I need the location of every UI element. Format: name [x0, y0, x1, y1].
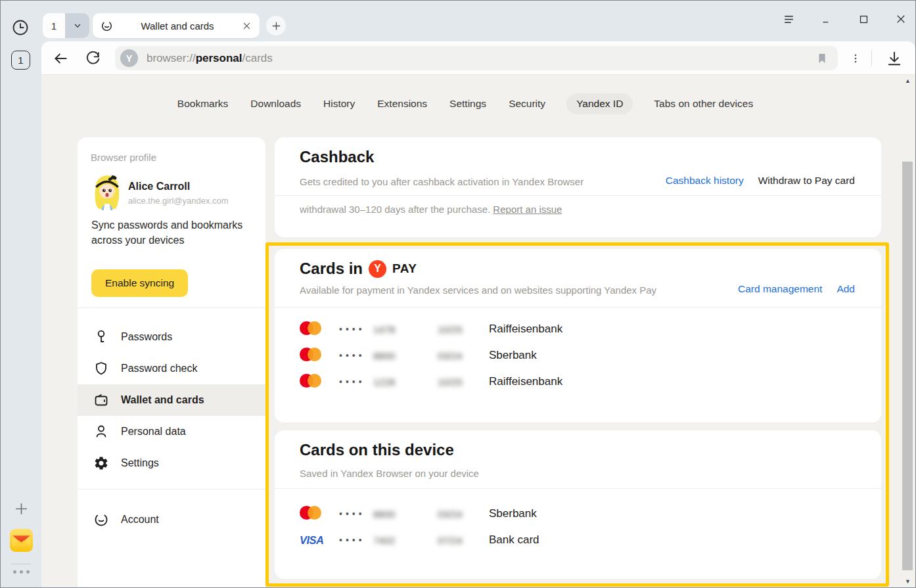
sidebar-item-account[interactable]: Account — [78, 504, 265, 535]
card-expiry-blurred: 03/24 — [438, 350, 489, 361]
reload-icon[interactable] — [85, 50, 102, 67]
scrollbar-down-arrow[interactable]: ▼ — [902, 577, 914, 586]
sidebar-item-settings[interactable]: Settings — [78, 447, 265, 479]
card-divider — [275, 488, 881, 489]
card-expiry-blurred: 03/24 — [438, 509, 489, 520]
maximize-icon[interactable] — [857, 12, 870, 26]
cards-on-device-title: Cards on this device — [300, 441, 454, 459]
enable-syncing-button[interactable]: Enable syncing — [91, 269, 188, 297]
cards-in-pay-title: Cards in Y PAY — [300, 260, 417, 278]
browser-menu-icon[interactable] — [782, 12, 795, 26]
card-row[interactable]: •••• 8800 03/24 Sberbank — [275, 501, 881, 527]
tab-count-label: 1 — [18, 55, 23, 66]
downloads-icon[interactable] — [885, 49, 904, 68]
history-clock-icon[interactable] — [11, 18, 30, 37]
masked-digits: •••• — [339, 324, 373, 334]
nav-yandex-id-active[interactable]: Yandex ID — [566, 93, 633, 114]
strip-more-icon[interactable] — [13, 570, 30, 574]
bank-name: Bank card — [489, 533, 881, 547]
yandex-mail-icon[interactable] — [10, 529, 33, 552]
nav-extensions[interactable]: Extensions — [376, 93, 428, 114]
tab-close-icon[interactable] — [242, 21, 252, 31]
browser-tab[interactable]: Wallet and cards — [93, 13, 260, 38]
avatar[interactable] — [88, 172, 126, 210]
profile-name: Alice Carroll — [128, 181, 190, 192]
card-row[interactable]: •••• 8800 03/24 Sberbank — [275, 342, 881, 369]
sidebar-item-personal-data[interactable]: Personal data — [78, 416, 265, 447]
address-kebab-menu-icon[interactable] — [848, 50, 863, 67]
cards-on-device-subtitle: Saved in Yandex Browser on your device — [300, 468, 479, 479]
pay-cards-list: •••• 1478 10/25 Raiffeisenbank •••• 8800 — [275, 316, 881, 395]
card-number-blurred: 1228 — [373, 376, 438, 388]
masked-digits: •••• — [339, 509, 373, 519]
visa-icon: VISA — [300, 534, 324, 546]
tab-panel-button[interactable]: 1 — [11, 51, 30, 70]
tab-counter-value: 1 — [43, 13, 65, 38]
bookmark-icon[interactable] — [815, 51, 829, 66]
cashback-title: Cashback — [300, 148, 374, 166]
mastercard-icon — [300, 506, 322, 520]
card-divider — [275, 195, 881, 196]
minimize-icon[interactable] — [819, 12, 833, 26]
nav-bookmarks[interactable]: Bookmarks — [176, 93, 230, 114]
chevron-down-icon[interactable] — [65, 13, 89, 38]
tab-favicon-browser-logo-icon — [101, 20, 113, 32]
nav-tabs-other-devices[interactable]: Tabs on other devices — [653, 93, 754, 114]
tab-counter-group[interactable]: 1 — [43, 13, 89, 38]
sidebar-item-label: Account — [121, 514, 159, 526]
strip-add-icon[interactable] — [13, 501, 30, 517]
sidebar-divider — [78, 489, 265, 489]
close-window-icon[interactable] — [894, 12, 907, 26]
sidebar-item-label: Wallet and cards — [121, 394, 204, 406]
address-bar[interactable]: Y browser://personal/cards — [115, 46, 838, 70]
scrollbar-thumb[interactable] — [902, 162, 913, 570]
sidebar-item-label: Passwords — [121, 331, 172, 343]
yandex-pay-logo-icon: Y — [369, 260, 386, 278]
cashback-subtitle: Gets credited to you after cashback acti… — [300, 176, 584, 187]
card-row[interactable]: •••• 1478 10/25 Raiffeisenbank — [275, 316, 881, 342]
mastercard-icon — [300, 348, 322, 361]
card-management-link[interactable]: Card management — [738, 283, 822, 295]
sync-description: Sync passwords and bookmarks across your… — [91, 217, 246, 248]
toolbar-separator — [871, 50, 872, 66]
url-text[interactable]: browser://personal/cards — [147, 52, 815, 65]
nav-downloads[interactable]: Downloads — [249, 93, 302, 114]
nav-settings[interactable]: Settings — [448, 93, 488, 114]
tab-title: Wallet and cards — [113, 20, 242, 32]
sidebar-item-label: Personal data — [121, 426, 186, 438]
back-icon[interactable] — [52, 50, 69, 67]
sidebar-item-wallet-and-cards[interactable]: Wallet and cards — [78, 384, 265, 416]
browser-profile-label: Browser profile — [91, 152, 156, 163]
key-icon — [93, 329, 109, 345]
sidebar-item-passwords[interactable]: Passwords — [78, 321, 265, 353]
card-number-blurred: 1478 — [373, 324, 438, 335]
settings-nav: Bookmarks Downloads History Extensions S… — [41, 93, 889, 114]
page-content: Bookmarks Downloads History Extensions S… — [41, 75, 915, 587]
person-icon — [93, 424, 109, 440]
cards-in-pay-subtitle: Available for payment in Yandex services… — [300, 284, 656, 296]
card-number-blurred: 7402 — [373, 535, 438, 546]
bank-name: Raiffeisenbank — [489, 375, 881, 388]
report-an-issue-link[interactable]: Report an issue — [493, 204, 562, 215]
card-row[interactable]: •••• 1228 10/25 Raiffeisenbank — [275, 369, 881, 395]
add-card-link[interactable]: Add — [836, 283, 855, 295]
strip-divider — [11, 564, 31, 564]
nav-history[interactable]: History — [322, 93, 356, 114]
nav-security[interactable]: Security — [507, 93, 547, 114]
cards-in-pay-card: Cards in Y PAY Available for payment in … — [275, 249, 881, 422]
bank-name: Raiffeisenbank — [489, 323, 881, 336]
page-scrollbar[interactable]: ▲ ▼ — [902, 76, 914, 586]
toolbar: Y browser://personal/cards — [41, 41, 915, 75]
cashback-note: withdrawal 30–120 days after the purchas… — [300, 204, 562, 215]
left-sidebar-strip: 1 — [1, 1, 41, 587]
card-expiry-blurred: 10/25 — [438, 376, 489, 388]
wallet-icon — [93, 392, 109, 408]
scrollbar-up-arrow[interactable]: ▲ — [902, 76, 914, 85]
card-expiry-blurred: 10/25 — [438, 324, 489, 335]
cashback-history-link[interactable]: Cashback history — [666, 175, 744, 187]
new-tab-button[interactable] — [266, 16, 286, 35]
sidebar-item-password-check[interactable]: Password check — [78, 353, 265, 384]
withdraw-to-pay-card-link[interactable]: Withdraw to Pay card — [758, 175, 855, 187]
card-row[interactable]: VISA •••• 7402 07/24 Bank card — [275, 527, 881, 553]
sidebar-divider — [78, 307, 265, 308]
